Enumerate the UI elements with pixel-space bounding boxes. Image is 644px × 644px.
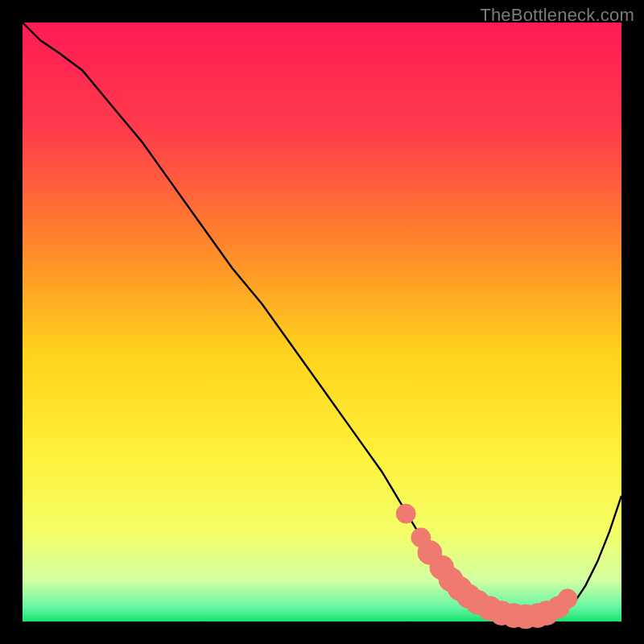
marker-group xyxy=(396,504,577,629)
data-marker xyxy=(558,589,577,609)
bottleneck-curve xyxy=(23,23,621,618)
chart-plot-area xyxy=(23,23,621,621)
chart-svg xyxy=(23,23,621,621)
data-marker xyxy=(396,504,415,523)
watermark-text: TheBottleneck.com xyxy=(480,5,634,26)
chart-frame: TheBottleneck.com xyxy=(0,0,644,644)
